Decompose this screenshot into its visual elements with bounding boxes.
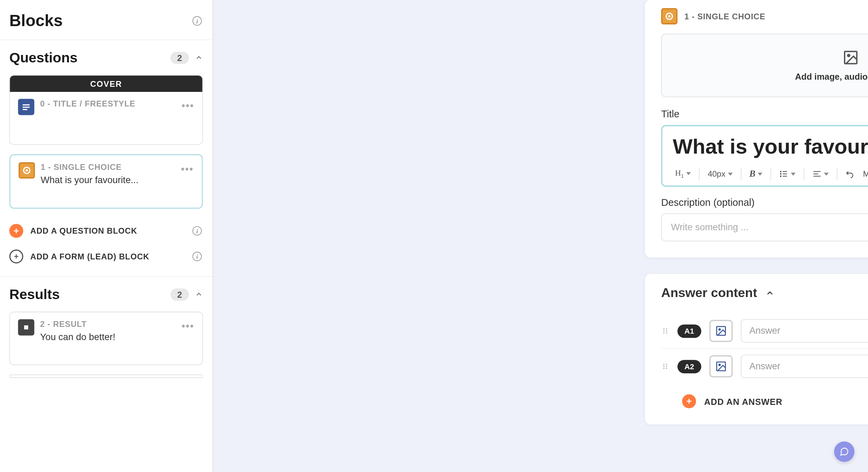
svg-point-50	[663, 368, 665, 369]
answer-input[interactable]: Answer⋰	[741, 355, 868, 378]
svg-point-22	[781, 174, 781, 174]
results-section-header[interactable]: Results 2	[0, 276, 212, 312]
answer-row: A2 Answer⋰ •••	[661, 349, 868, 384]
answer-section-label: Answer content	[661, 286, 757, 301]
image-icon	[843, 50, 859, 66]
card-preview: What is your favourite...	[41, 175, 194, 185]
main-editor: 1 - SINGLE CHOICE Add image, audio, or v…	[213, 0, 868, 472]
more-dropdown[interactable]: More...	[861, 168, 868, 180]
svg-rect-0	[23, 104, 30, 105]
answer-badge: A2	[677, 360, 701, 373]
answer-placeholder: Answer	[749, 361, 781, 371]
questions-section-header[interactable]: Questions 2	[0, 40, 212, 75]
font-size-dropdown[interactable]: 40px	[706, 168, 735, 180]
single-choice-icon	[19, 162, 35, 178]
results-title: Results	[9, 286, 60, 302]
answer-section-title[interactable]: Answer content	[661, 286, 774, 301]
svg-point-42	[663, 332, 665, 334]
blocks-info-icon[interactable]: i	[191, 15, 203, 27]
result-block-icon	[18, 319, 34, 336]
svg-rect-1	[23, 106, 30, 107]
svg-point-40	[663, 330, 665, 332]
result-card[interactable]: 2 - RESULT You can do better! •••	[9, 312, 203, 365]
question-card-cover[interactable]: COVER 0 - TITLE / FREESTYLE •••	[9, 75, 203, 145]
questions-title: Questions	[9, 50, 77, 66]
card-menu-icon[interactable]: •••	[181, 163, 194, 176]
svg-point-47	[666, 363, 667, 365]
bold-dropdown[interactable]: B	[747, 167, 765, 181]
chevron-up-icon	[765, 289, 774, 298]
svg-point-11	[668, 15, 671, 18]
questions-count-badge: 2	[170, 52, 189, 64]
title-input[interactable]: What is your favourite...	[673, 134, 868, 159]
result-card-next[interactable]	[9, 374, 203, 378]
chevron-up-icon[interactable]	[195, 290, 203, 298]
add-question-block-button[interactable]: ADD A QUESTION BLOCK i	[0, 218, 212, 243]
chevron-up-icon[interactable]	[195, 54, 203, 62]
svg-point-49	[666, 366, 667, 367]
answer-placeholder: Answer	[749, 326, 781, 335]
svg-point-19	[848, 55, 850, 57]
add-answer-button[interactable]: ADD AN ANSWER	[661, 384, 868, 408]
svg-point-43	[666, 332, 667, 334]
list-dropdown[interactable]	[777, 168, 798, 180]
add-question-info-icon[interactable]: i	[191, 225, 203, 237]
heading-dropdown[interactable]: H1	[673, 167, 693, 181]
svg-rect-2	[23, 109, 27, 110]
svg-point-38	[663, 328, 665, 330]
answer-input[interactable]: Answer⋰	[741, 319, 868, 343]
drag-handle-icon[interactable]	[661, 362, 669, 370]
chat-fab-button[interactable]	[834, 441, 854, 462]
more-label: More...	[863, 169, 868, 178]
svg-point-51	[666, 368, 667, 369]
card-menu-icon[interactable]: •••	[181, 100, 194, 112]
question-card-single-choice[interactable]: 1 - SINGLE CHOICE What is your favourite…	[9, 154, 203, 209]
add-media-dropzone[interactable]: Add image, audio, or video	[661, 34, 868, 97]
align-dropdown[interactable]	[810, 168, 831, 180]
cover-bar: COVER	[10, 76, 202, 92]
drag-handle-icon[interactable]	[661, 327, 669, 335]
card-label: 1 - SINGLE CHOICE	[41, 162, 194, 171]
single-choice-icon	[661, 8, 677, 24]
svg-point-24	[781, 176, 781, 177]
description-input[interactable]: Write something ... ⋰	[661, 213, 868, 241]
svg-point-48	[663, 366, 665, 367]
plus-icon	[682, 394, 696, 408]
media-drop-label: Add image, audio, or video	[662, 72, 868, 81]
add-question-label: ADD A QUESTION BLOCK	[30, 226, 137, 235]
card-preview: You can do better!	[40, 332, 194, 342]
svg-point-4	[25, 169, 28, 172]
card-label: 2 - RESULT	[40, 319, 194, 329]
text-toolbar: H1 40px B	[673, 167, 868, 181]
svg-point-46	[663, 363, 665, 365]
plus-icon	[9, 224, 23, 238]
add-answer-label: ADD AN ANSWER	[704, 396, 783, 406]
svg-point-20	[781, 171, 781, 172]
svg-point-45	[719, 329, 720, 330]
answer-image-button[interactable]	[709, 355, 733, 377]
answer-row: A1 Answer⋰ •••	[661, 313, 868, 349]
answer-badge: A1	[677, 324, 701, 337]
title-field-label: Title	[661, 109, 679, 120]
description-placeholder: Write something ...	[671, 222, 748, 232]
results-count-badge: 2	[170, 288, 189, 300]
font-size-value: 40px	[708, 169, 725, 178]
card-label: 0 - TITLE / FREESTYLE	[40, 99, 194, 108]
undo-button[interactable]	[843, 168, 857, 180]
sidebar: Blocks i Questions 2 COVER 0 - TITLE / F…	[0, 0, 213, 472]
title-editor[interactable]: What is your favourite... H1 40px B	[661, 125, 868, 187]
svg-point-39	[666, 328, 667, 330]
description-field-label: Description (optional)	[661, 197, 754, 209]
add-form-label: ADD A FORM (LEAD) BLOCK	[30, 252, 149, 261]
add-form-info-icon[interactable]: i	[191, 251, 203, 262]
sidebar-title: Blocks	[9, 12, 62, 30]
title-block-icon	[18, 99, 34, 115]
svg-rect-9	[24, 326, 28, 330]
svg-point-53	[719, 364, 720, 366]
card-menu-icon[interactable]: •••	[181, 320, 194, 333]
question-type-label: 1 - SINGLE CHOICE	[685, 12, 766, 21]
answer-image-button[interactable]	[709, 320, 733, 342]
answer-content-panel: Answer content A1 Answer⋰ •••	[645, 274, 868, 425]
question-editor-panel: 1 - SINGLE CHOICE Add image, audio, or v…	[645, 0, 868, 258]
add-form-block-button[interactable]: ADD A FORM (LEAD) BLOCK i	[0, 244, 212, 269]
